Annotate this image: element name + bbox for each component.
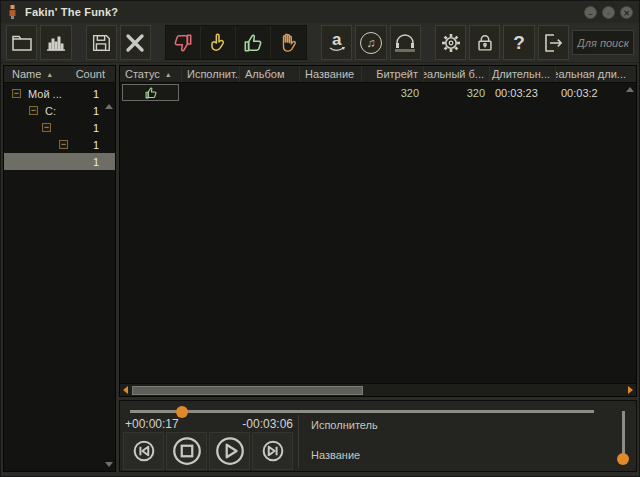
exit-button[interactable] [538, 25, 569, 60]
status-cell[interactable] [122, 84, 179, 101]
hscroll-track[interactable] [132, 386, 624, 395]
tree-row[interactable]: − C: 1 [4, 102, 115, 119]
scroll-down-icon[interactable] [105, 462, 113, 467]
table-row[interactable]: 320 320 00:03:23 00:03:2 [120, 83, 636, 102]
scroll-left-icon[interactable] [123, 386, 128, 394]
question-mark-icon: ? [513, 32, 525, 54]
hscroll-thumb[interactable] [132, 386, 363, 395]
rating-button-group [165, 25, 307, 60]
toolbar: a ♫ [1, 23, 639, 63]
stop-button[interactable] [166, 432, 207, 470]
lock-icon [474, 32, 496, 54]
seek-slider[interactable] [130, 410, 594, 413]
previous-track-icon [128, 435, 160, 467]
tree-row[interactable]: − 1 [4, 119, 115, 136]
mark-check-button[interactable] [201, 26, 236, 59]
hand-stop-icon [278, 32, 300, 54]
mark-bad-button[interactable] [166, 26, 201, 59]
column-bitrate[interactable]: Битрейт [362, 66, 424, 82]
mark-good-button[interactable] [236, 26, 271, 59]
spectrum-chart-icon [44, 31, 68, 55]
remaining-time: -00:03:06 [242, 417, 293, 431]
column-real-duration[interactable]: Реальная дли... [556, 66, 636, 82]
music-note-icon: ♫ [360, 32, 382, 54]
table-scroll-up-icon[interactable] [626, 87, 634, 92]
listen-service-button[interactable] [390, 25, 421, 60]
exit-door-icon [541, 31, 565, 55]
settings-button[interactable] [435, 25, 466, 60]
itunes-lookup-button[interactable]: ♫ [355, 25, 386, 60]
tree-row[interactable]: − Мой ... 1 [4, 85, 115, 102]
collapse-icon[interactable]: − [59, 140, 68, 149]
cell-bitrate: 320 [362, 87, 424, 99]
save-disk-icon [90, 32, 112, 54]
track-table: Статус ▲ Исполнит... Альбом Название Бит… [119, 65, 637, 397]
play-button[interactable] [209, 432, 250, 470]
tree-scrollbar[interactable] [104, 102, 114, 469]
mark-hold-button[interactable] [271, 26, 306, 59]
folder-tree-panel: Name ▲ Count − Мой ... 1 − C: 1 − 1 − [3, 65, 116, 472]
amazon-lookup-button[interactable]: a [321, 25, 352, 60]
pointing-finger-icon [207, 32, 229, 54]
collapse-icon[interactable]: − [12, 89, 21, 98]
gear-icon [439, 31, 463, 55]
previous-button[interactable] [123, 432, 164, 470]
table-header: Статус ▲ Исполнит... Альбом Название Бит… [120, 66, 636, 83]
content-area: Name ▲ Count − Мой ... 1 − C: 1 − 1 − [1, 63, 639, 472]
seek-handle[interactable] [176, 406, 188, 418]
player-left: +00:00:17 -00:03:06 [120, 417, 298, 471]
volume-handle[interactable] [617, 453, 629, 465]
tree-row[interactable]: − 1 [4, 136, 115, 153]
tree-column-count[interactable]: Count [76, 68, 115, 80]
sort-asc-icon: ▲ [165, 71, 172, 78]
play-icon [212, 433, 248, 469]
save-button[interactable] [86, 25, 117, 60]
tree-header: Name ▲ Count [4, 66, 115, 83]
column-status-label: Статус [125, 68, 160, 80]
search-input[interactable] [572, 30, 634, 55]
column-duration[interactable]: Длительн... [490, 66, 556, 82]
volume-area [610, 401, 636, 471]
headphones-icon [394, 34, 416, 52]
scroll-up-icon[interactable] [105, 104, 113, 109]
tree-row-label: Мой ... [28, 88, 62, 100]
stop-icon [169, 433, 205, 469]
column-album[interactable]: Альбом [240, 66, 300, 82]
tree-column-name[interactable]: Name ▲ [4, 68, 53, 80]
title-label: Название [311, 449, 610, 461]
cell-duration: 00:03:23 [490, 87, 556, 99]
column-artist[interactable]: Исполнит... [182, 66, 240, 82]
window-title: Fakin' The Funk? [25, 6, 118, 18]
titlebar: Fakin' The Funk? – ▫ ✕ [1, 1, 639, 23]
amazon-icon: a [329, 33, 345, 52]
help-button[interactable]: ? [503, 25, 534, 60]
collapse-icon[interactable]: − [42, 123, 51, 132]
tree-name-label: Name [12, 68, 41, 80]
scroll-right-icon[interactable] [628, 386, 633, 394]
column-title[interactable]: Название [300, 66, 362, 82]
volume-slider[interactable] [622, 411, 625, 459]
license-button[interactable] [469, 25, 500, 60]
analyze-button[interactable] [40, 25, 71, 60]
clear-list-button[interactable] [120, 25, 151, 60]
elapsed-time: +00:00:17 [125, 417, 179, 431]
collapse-icon[interactable]: − [29, 106, 38, 115]
tree-row-selected[interactable]: 1 [4, 153, 115, 170]
transport-controls [120, 431, 298, 473]
next-track-icon [257, 435, 289, 467]
minimize-button[interactable]: – [584, 6, 597, 19]
player-panel: +00:00:17 -00:03:06 [119, 400, 637, 472]
tree-body: − Мой ... 1 − C: 1 − 1 − 1 1 [4, 83, 115, 471]
column-status[interactable]: Статус ▲ [120, 66, 182, 82]
horizontal-scrollbar[interactable] [120, 383, 636, 396]
maximize-button[interactable]: ▫ [602, 6, 615, 19]
next-button[interactable] [252, 432, 293, 470]
column-real-bitrate[interactable]: Реальный б... [424, 66, 490, 82]
tree-row-count: 1 [93, 88, 115, 100]
open-folder-button[interactable] [6, 25, 37, 60]
main-panel: Статус ▲ Исполнит... Альбом Название Бит… [119, 65, 637, 472]
close-button[interactable]: ✕ [620, 6, 633, 19]
cell-real-bitrate: 320 [424, 87, 490, 99]
thumbs-down-icon [172, 32, 194, 54]
sort-asc-icon: ▲ [46, 71, 53, 78]
